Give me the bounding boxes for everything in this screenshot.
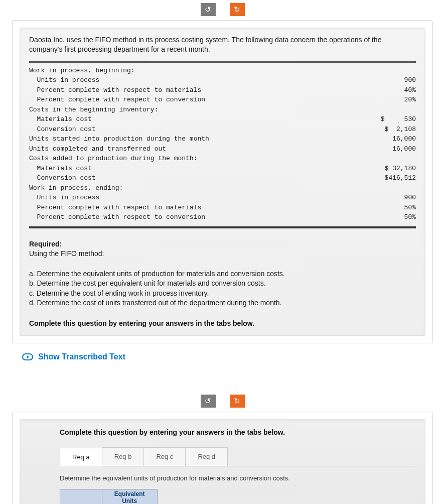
rotate-left-icon[interactable]: ↺ [201, 3, 216, 16]
answer-prompt-2: Complete this question by entering your … [60, 428, 414, 436]
question-intro: Daosta Inc. uses the FIFO method in its … [29, 35, 416, 54]
ledger-label: Costs in the beginning inventory: [29, 105, 158, 115]
ledger-value [366, 105, 416, 115]
ledger-row: Units in process900 [29, 193, 416, 203]
ledger-value [366, 154, 416, 164]
eye-icon [22, 353, 33, 360]
show-transcribed-link[interactable]: Show Transcribed Text [22, 352, 445, 361]
ledger-value: 40% [366, 85, 416, 95]
ledger-label: Materials cost [29, 164, 92, 174]
required-item: c. Determine the cost of ending work in … [29, 289, 416, 299]
ledger-label: Percent complete with respect to convers… [29, 212, 205, 222]
table-col-header: Equivalent Unitsof Production [102, 489, 157, 504]
ledger-value: 50% [366, 203, 416, 213]
required-block: Required: Using the FIFO method: a. Dete… [29, 239, 416, 308]
ledger-label: Percent complete with respect to materia… [29, 203, 201, 213]
ledger-label: Percent complete with respect to materia… [29, 85, 201, 95]
question-card-1: Daosta Inc. uses the FIFO method in its … [12, 20, 433, 343]
requirement-tabs: Req aReq bReq cReq d [60, 447, 414, 466]
ledger-label: Conversion cost [29, 124, 96, 135]
ledger-value: $ 32,180 [366, 164, 416, 174]
ledger-value: $ 2,108 [366, 124, 416, 135]
ledger-row: Work in process, ending: [29, 183, 416, 193]
ledger-row: Percent complete with respect to convers… [29, 95, 416, 105]
ledger-value: $ 530 [366, 114, 416, 124]
ledger-value: 900 [366, 75, 416, 85]
rotate-right-icon[interactable]: ↻ [230, 395, 245, 408]
ledger-label: Units started into production during the… [29, 134, 209, 144]
required-sub: Using the FIFO method: [29, 249, 416, 259]
ledger-value: 50% [366, 212, 416, 222]
ledger-row: Conversion cost$416,512 [29, 173, 416, 183]
question-sheet: Daosta Inc. uses the FIFO method in its … [20, 28, 425, 336]
ledger-label: Materials cost [29, 114, 92, 124]
rotate-right-icon[interactable]: ↻ [230, 3, 245, 16]
ledger-label: Units in process [29, 75, 99, 85]
ledger-row: Work in process, beginning: [29, 66, 416, 76]
answer-sheet: Complete this question by entering your … [20, 419, 425, 504]
ledger-value: 900 [366, 193, 416, 203]
ledger-value [366, 183, 416, 193]
ledger-row: Conversion cost$ 2,108 [29, 124, 416, 135]
tab-req-d[interactable]: Req d [185, 447, 228, 466]
ledger-row: Percent complete with respect to convers… [29, 212, 416, 222]
equivalent-units-table: Equivalent Unitsof Production MaterialsC… [60, 489, 158, 504]
ledger-row: Percent complete with respect to materia… [29, 85, 416, 95]
ledger-row: Units in process900 [29, 75, 416, 85]
ledger-row: Costs in the beginning inventory: [29, 105, 416, 115]
ledger-row: Materials cost$ 530 [29, 114, 416, 124]
ledger-label: Work in process, beginning: [29, 66, 135, 76]
tab-req-b[interactable]: Req b [102, 447, 144, 466]
required-item: a. Determine the equivalent units of pro… [29, 269, 416, 279]
ledger-row: Units started into production during the… [29, 134, 416, 144]
ledger-label: Costs added to production during the mon… [29, 154, 197, 164]
ledger-label: Conversion cost [29, 173, 96, 183]
required-heading: Required: [29, 240, 62, 248]
ledger-label: Percent complete with respect to convers… [29, 95, 205, 105]
ledger-value [366, 66, 416, 76]
ledger-row: Percent complete with respect to materia… [29, 203, 416, 213]
ledger-label: Units completed and transferred out [29, 144, 166, 154]
ledger-value: $416,512 [366, 173, 416, 183]
ledger-value: 16,000 [366, 144, 416, 154]
show-transcribed-label: Show Transcribed Text [38, 352, 125, 361]
required-item: d. Determine the cost of units transferr… [29, 298, 416, 308]
rotate-left-icon[interactable]: ↺ [201, 395, 216, 408]
ledger-value: 20% [366, 95, 416, 105]
question-card-2: Complete this question by entering your … [12, 412, 433, 504]
ledger-label: Units in process [29, 193, 99, 203]
ledger-value: 16,000 [366, 134, 416, 144]
ledger-label: Work in process, ending: [29, 183, 123, 193]
answer-prompt-1: Complete this question by entering your … [29, 319, 416, 327]
image-nav-top: ↺ ↻ [0, 0, 445, 18]
ledger-row: Materials cost$ 32,180 [29, 164, 416, 174]
tab-description: Determine the equivalent units of produc… [60, 474, 414, 482]
image-nav-bottom: ↺ ↻ [0, 392, 445, 410]
required-item: b. Determine the cost per equivalent uni… [29, 279, 416, 289]
data-ledger: Work in process, beginning: Units in pro… [29, 61, 416, 228]
ledger-row: Costs added to production during the mon… [29, 154, 416, 164]
tab-req-a[interactable]: Req a [60, 448, 102, 466]
ledger-row: Units completed and transferred out16,00… [29, 144, 416, 154]
tab-req-c[interactable]: Req c [143, 447, 186, 466]
